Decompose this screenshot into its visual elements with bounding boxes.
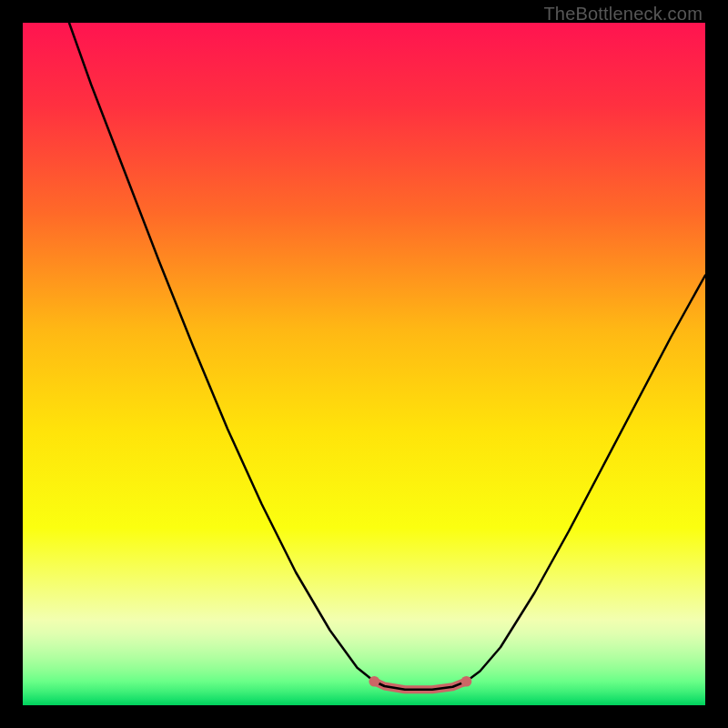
chart-container: TheBottleneck.com bbox=[0, 0, 728, 728]
attribution-text: TheBottleneck.com bbox=[543, 4, 703, 25]
highlight-end-dot bbox=[461, 676, 472, 687]
bottleneck-curve-plot bbox=[23, 23, 705, 705]
highlight-start-dot bbox=[369, 676, 379, 687]
gradient-background bbox=[23, 23, 705, 705]
